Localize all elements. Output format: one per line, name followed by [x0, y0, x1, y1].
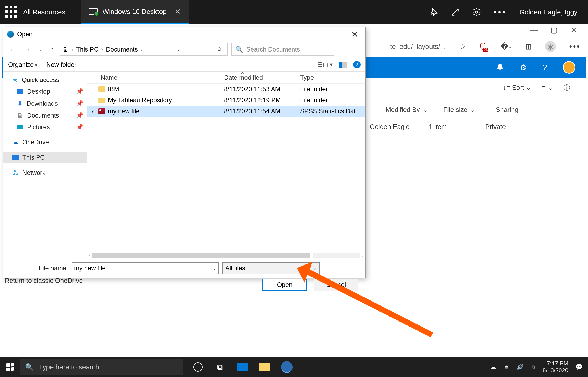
- favorite-star-icon[interactable]: ☆: [459, 42, 466, 51]
- tree-desktop[interactable]: Desktop📌: [3, 86, 87, 97]
- all-resources-label[interactable]: All Resources: [23, 8, 65, 16]
- tracking-shield-icon[interactable]: 23: [479, 42, 487, 51]
- cloud-icon: ☁: [12, 139, 19, 146]
- horizontal-scrollbar[interactable]: ‹ ›: [87, 251, 365, 260]
- breadcrumb-chevron-icon[interactable]: ⌄: [176, 47, 180, 52]
- onedrive-tray-icon[interactable]: ☁: [490, 364, 496, 370]
- mail-icon[interactable]: [237, 363, 248, 371]
- more-icon[interactable]: •••: [494, 8, 507, 17]
- close-icon[interactable]: ✕: [571, 26, 577, 34]
- taskbar-search-placeholder: Type here to search: [39, 363, 99, 371]
- dialog-toolbar: Organize New folder ☰▢ ▾ ?: [3, 58, 365, 72]
- col-file-size[interactable]: File size ⌄: [443, 106, 496, 114]
- file-row[interactable]: ✓my new file 8/11/2020 11:54 AM SPSS Sta…: [87, 106, 365, 117]
- open-button[interactable]: Open: [262, 279, 307, 291]
- info-icon[interactable]: ⓘ: [564, 83, 570, 92]
- browser-more-icon[interactable]: •••: [569, 42, 581, 51]
- refresh-icon[interactable]: ⟳: [215, 45, 225, 54]
- forward-icon: →: [22, 44, 33, 55]
- breadcrumb[interactable]: 🗎 › This PC › Documents › ⌄ ⟳: [60, 43, 228, 56]
- breadcrumb-documents[interactable]: Documents: [106, 46, 138, 53]
- sort-button[interactable]: ↓≡ Sort ⌄: [503, 84, 532, 91]
- tree-this-pc[interactable]: This PC: [3, 152, 87, 163]
- search-placeholder: Search Documents: [246, 46, 300, 53]
- tree-pictures[interactable]: Pictures📌: [3, 121, 87, 133]
- apps-grid-icon[interactable]: [5, 6, 18, 18]
- col-modified-by[interactable]: Modified By ⌄: [386, 106, 443, 114]
- file-type: File folder: [300, 85, 365, 93]
- tree-documents[interactable]: 🗎Documents📌: [3, 110, 87, 121]
- windows-logo-icon: [6, 363, 14, 371]
- col-sharing[interactable]: Sharing: [496, 106, 529, 114]
- download-icon: ⬇: [17, 99, 23, 108]
- close-icon[interactable]: ✕: [348, 29, 362, 40]
- spss-file-icon: [98, 108, 105, 114]
- clock[interactable]: 7:17 PM 8/13/2020: [543, 360, 568, 374]
- row-checkbox[interactable]: ✓: [91, 109, 96, 114]
- action-center-icon[interactable]: 💬: [576, 364, 583, 370]
- vdi-tab-desktop[interactable]: Windows 10 Desktop ✕: [81, 0, 188, 24]
- nav-tree: ★Quick access Desktop📌 ⬇Downloads📌 🗎Docu…: [3, 72, 87, 260]
- tree-quick-access[interactable]: ★Quick access: [3, 74, 87, 86]
- user-avatar[interactable]: [563, 61, 575, 74]
- dialog-title: Open: [17, 30, 33, 38]
- pin-icon: 📌: [76, 88, 83, 95]
- file-type-select[interactable]: All files⌄: [222, 262, 320, 274]
- vdi-bar: All Resources Windows 10 Desktop ✕ ••• G…: [0, 0, 588, 24]
- scroll-right-icon[interactable]: ›: [362, 253, 364, 258]
- collections-icon[interactable]: ⊞: [525, 42, 532, 51]
- file-row[interactable]: IBM 8/11/2020 11:53 AM File folder: [87, 84, 365, 95]
- up-icon[interactable]: ↑: [48, 44, 56, 55]
- gear-icon[interactable]: [472, 8, 481, 17]
- cancel-button[interactable]: Cancel: [314, 279, 358, 291]
- task-view-icon[interactable]: ⧉: [213, 360, 226, 374]
- expand-icon[interactable]: [451, 8, 460, 17]
- profile-avatar-icon[interactable]: ◉: [545, 41, 556, 52]
- col-name[interactable]: Name: [101, 74, 117, 81]
- gear-icon[interactable]: ⚙: [520, 63, 527, 72]
- input-tray-icon[interactable]: ♫: [531, 364, 535, 370]
- open-file-dialog: Open ✕ ← → ⌄ ↑ 🗎 › This PC › Documents ›…: [3, 27, 366, 278]
- col-type[interactable]: Type: [300, 74, 365, 81]
- back-icon[interactable]: ←: [7, 44, 18, 55]
- file-explorer-icon[interactable]: [259, 363, 270, 371]
- volume-tray-icon[interactable]: 🔊: [517, 364, 524, 370]
- search-input[interactable]: 🔍 Search Documents: [231, 43, 334, 56]
- start-button[interactable]: [0, 363, 20, 371]
- help-icon[interactable]: ?: [353, 61, 361, 68]
- tree-network[interactable]: 🖧Network: [3, 167, 87, 179]
- network-tray-icon[interactable]: 🖥: [503, 364, 509, 370]
- tree-downloads[interactable]: ⬇Downloads📌: [3, 97, 87, 110]
- select-all-checkbox[interactable]: [91, 75, 96, 80]
- organize-menu[interactable]: Organize: [8, 61, 37, 68]
- new-folder-button[interactable]: New folder: [46, 61, 76, 68]
- system-tray: ☁ 🖥 🔊 ♫ 7:17 PM 8/13/2020 💬: [490, 360, 588, 374]
- view-mode-icon[interactable]: ☰▢ ▾: [318, 61, 333, 68]
- view-options-icon[interactable]: ≡ ⌄: [542, 84, 553, 91]
- taskbar-search[interactable]: 🔍 Type here to search: [20, 359, 183, 375]
- vdi-user-name[interactable]: Golden Eagle, Iggy: [519, 8, 577, 16]
- bell-icon[interactable]: 🔔︎: [496, 63, 504, 72]
- pin-icon: 📌: [76, 100, 83, 107]
- close-icon[interactable]: ✕: [175, 7, 181, 16]
- edge-icon[interactable]: [281, 361, 293, 373]
- file-row[interactable]: My Tableau Repository 8/11/2020 12:19 PM…: [87, 95, 365, 106]
- breadcrumb-this-pc[interactable]: This PC: [76, 46, 98, 53]
- recent-chevron-icon[interactable]: ⌄: [37, 45, 45, 53]
- help-icon[interactable]: ?: [543, 63, 547, 72]
- scroll-left-icon[interactable]: ‹: [89, 253, 90, 258]
- favorites-icon[interactable]: �ކ: [501, 42, 512, 51]
- file-date: 8/11/2020 11:54 AM: [224, 108, 300, 115]
- cortana-icon[interactable]: [193, 362, 203, 372]
- file-name-label: File name:: [39, 264, 68, 272]
- scroll-thumb[interactable]: [92, 253, 310, 258]
- preview-pane-icon[interactable]: [339, 62, 347, 68]
- maximize-icon[interactable]: ▢: [551, 26, 558, 34]
- cell-modified-by: Golden Eagle: [370, 123, 429, 131]
- col-date[interactable]: Date modified: [224, 74, 300, 81]
- minimize-icon[interactable]: —: [530, 26, 538, 34]
- pin-icon: 📌: [76, 124, 83, 130]
- tree-onedrive[interactable]: ☁OneDrive: [3, 136, 87, 148]
- pin-icon[interactable]: [429, 8, 438, 17]
- file-name-input[interactable]: my new file⌄: [72, 262, 219, 274]
